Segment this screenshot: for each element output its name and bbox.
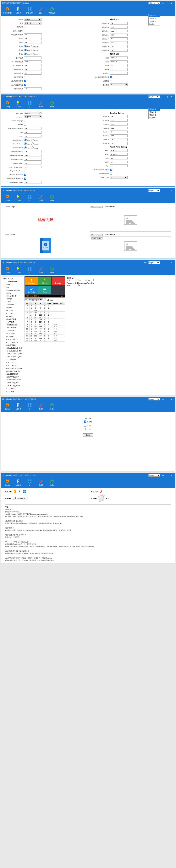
table-row[interactable]: 131226237022040 (25, 335, 65, 337)
toolbar-help-button[interactable]: Help (47, 99, 57, 109)
text-input[interactable] (24, 131, 41, 134)
toolbar-build-button[interactable]: Build (35, 193, 46, 203)
minimize-button[interactable]: — (161, 398, 166, 401)
table-row[interactable]: 414811602 (25, 314, 65, 316)
minimize-button[interactable]: — (161, 261, 166, 264)
checkbox-input[interactable] (24, 26, 26, 28)
text-input[interactable] (110, 161, 127, 163)
close-button[interactable]: ✕ (170, 398, 174, 401)
x-input[interactable] (69, 279, 75, 281)
maximize-button[interactable]: □ (166, 95, 170, 98)
select-input[interactable]: 250000 (24, 18, 41, 21)
radio-input[interactable] (24, 49, 27, 51)
include-config-checkbox[interactable] (84, 421, 86, 423)
radio-input[interactable] (24, 143, 27, 145)
tree-item[interactable]: 2:MOVE (6, 315, 22, 318)
checkbox-input[interactable] (24, 120, 26, 122)
checkbox-input[interactable] (110, 169, 112, 171)
build-button[interactable]: Build (83, 433, 93, 436)
toolbar-help-button[interactable]: Help (47, 193, 57, 203)
add-layout-button[interactable]: Add Layout (25, 299, 33, 301)
tree-item[interactable]: 3:MOTION (6, 318, 22, 321)
table-row[interactable]: 60021403 (25, 318, 65, 321)
checkbox-input[interactable] (110, 76, 112, 78)
table-row[interactable]: 000001 (25, 305, 65, 307)
toolbar-logo-button[interactable]: LOGO (13, 193, 24, 203)
close-button[interactable]: ✕ (170, 189, 174, 192)
screen-preview[interactable]: Preheat Motion Extruder By Tools Print 3… (25, 276, 65, 298)
toolbar-ui-button[interactable]: UI (24, 99, 35, 109)
radio-input[interactable] (31, 138, 34, 141)
tree-item[interactable]: 26:BAUD_RATE (6, 384, 22, 387)
table-row[interactable]: 212111301 (25, 309, 65, 312)
text-input[interactable] (24, 33, 41, 36)
tree-item[interactable]: 7:SETTING (6, 329, 22, 332)
toolbar-ui-button[interactable]: UI (24, 193, 35, 203)
tree-item[interactable]: 22:STEPPER (6, 373, 22, 376)
text-input[interactable] (24, 150, 41, 153)
text-input[interactable] (110, 37, 127, 40)
toolbar-build-button[interactable]: Build (35, 402, 46, 411)
text-input[interactable] (24, 64, 41, 67)
text-input[interactable] (110, 115, 127, 118)
tree-item[interactable]: Color (6, 292, 22, 294)
checkbox-input[interactable] (24, 124, 26, 126)
radio-input[interactable] (31, 146, 34, 149)
text-input[interactable] (24, 37, 41, 40)
toolbar-logo-button[interactable]: LOGO (13, 402, 24, 411)
checkbox-input[interactable] (24, 178, 26, 180)
tile-motion[interactable]: Motion (38, 277, 51, 285)
tree-item[interactable]: 1:HEAT (6, 312, 22, 315)
text-input[interactable] (110, 123, 127, 125)
language-select[interactable]: English (148, 95, 160, 98)
tree-item[interactable]: 0:HOME (6, 309, 22, 312)
toolbar-config-button[interactable]: Config (2, 265, 12, 275)
toolbar-build-button[interactable]: Build (35, 99, 46, 109)
tree-item[interactable]: Resource Modifier (5, 289, 22, 292)
tile-print[interactable]: Print (38, 286, 51, 294)
tree-item[interactable]: 24:ABOUT_PRIN (6, 378, 22, 381)
lang-option[interactable]: 繁体中文 (149, 20, 160, 23)
table-row[interactable]: 90317163022078 (25, 326, 65, 328)
text-input[interactable] (110, 45, 127, 48)
toolbar-ui-button[interactable]: 界面定制 (24, 6, 35, 15)
language-dropdown-list[interactable]: 简体中文 繁体中文 繁体中文 English (148, 14, 160, 26)
radio-input[interactable] (24, 45, 27, 48)
checkbox-input[interactable] (110, 173, 112, 175)
tree-item[interactable]: Color Block (6, 294, 22, 298)
language-select[interactable]: English (148, 261, 160, 264)
minimize-button[interactable]: — (161, 95, 166, 98)
text-input[interactable] (110, 57, 127, 59)
text-input[interactable] (110, 149, 127, 152)
language-select[interactable]: English (148, 474, 160, 476)
tree-item[interactable]: 15:LEVELING_AU (6, 352, 22, 355)
text-input[interactable] (24, 166, 41, 168)
text-input[interactable] (110, 22, 127, 25)
text-input[interactable] (24, 162, 41, 164)
toolbar-help-button[interactable]: Help (47, 402, 57, 411)
table-row[interactable]: 800163022058 (25, 323, 65, 326)
tree-item[interactable]: 25:AUTO_MAZ (6, 381, 22, 384)
radio-input[interactable] (31, 53, 34, 55)
tree-item[interactable]: Custom Button (5, 280, 22, 283)
text-input[interactable] (110, 41, 127, 44)
maximize-button[interactable]: □ (166, 398, 170, 401)
maximize-button[interactable]: □ (166, 2, 170, 5)
table-row[interactable]: 15151151021005 (25, 339, 65, 342)
tree-item[interactable]: UI Modifier (5, 303, 22, 306)
text-input[interactable] (110, 49, 127, 52)
radio-input[interactable] (31, 143, 34, 145)
minimize-button[interactable]: — (161, 474, 166, 477)
minimize-button[interactable]: — (161, 189, 166, 192)
text-input[interactable] (24, 60, 41, 63)
text-input[interactable] (24, 41, 41, 44)
text-input[interactable] (24, 158, 41, 161)
checkbox-input[interactable] (24, 80, 26, 82)
checkbox-input[interactable] (24, 174, 26, 176)
table-row[interactable]: 313216301 (25, 312, 65, 314)
tree-item[interactable]: 18:DIALOG (6, 361, 22, 364)
y-input[interactable] (79, 279, 84, 281)
table-row[interactable]: 11319237022046 (25, 330, 65, 332)
radio-input[interactable] (24, 53, 27, 55)
text-input[interactable] (110, 164, 127, 167)
